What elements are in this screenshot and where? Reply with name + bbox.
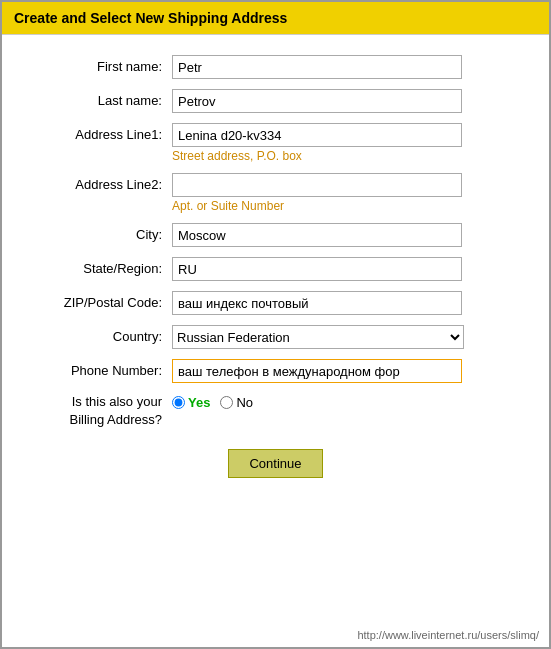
billing-label-line2: Billing Address? — [70, 412, 163, 427]
billing-row: Is this also your Billing Address? Yes N… — [22, 393, 529, 429]
city-group — [172, 223, 529, 247]
last-name-row: Last name: — [22, 89, 529, 113]
first-name-group — [172, 55, 529, 79]
billing-label: Is this also your Billing Address? — [22, 393, 172, 429]
billing-yes-radio[interactable] — [172, 396, 185, 409]
footer-url: http://www.liveinternet.ru/users/slimq/ — [357, 629, 539, 641]
first-name-label: First name: — [22, 55, 172, 74]
city-label: City: — [22, 223, 172, 242]
city-input[interactable] — [172, 223, 462, 247]
billing-yes-label[interactable]: Yes — [172, 395, 210, 410]
window-title: Create and Select New Shipping Address — [14, 10, 287, 26]
address2-label: Address Line2: — [22, 173, 172, 192]
zip-label: ZIP/Postal Code: — [22, 291, 172, 310]
billing-no-text: No — [236, 395, 253, 410]
state-input[interactable] — [172, 257, 462, 281]
continue-button[interactable]: Continue — [228, 449, 322, 478]
address1-label: Address Line1: — [22, 123, 172, 142]
first-name-input[interactable] — [172, 55, 462, 79]
address2-group: Apt. or Suite Number — [172, 173, 529, 213]
first-name-row: First name: — [22, 55, 529, 79]
zip-row: ZIP/Postal Code: — [22, 291, 529, 315]
address1-input[interactable] — [172, 123, 462, 147]
main-window: Create and Select New Shipping Address F… — [0, 0, 551, 649]
country-select[interactable]: Russian Federation United States United … — [172, 325, 464, 349]
continue-row: Continue — [22, 449, 529, 478]
city-row: City: — [22, 223, 529, 247]
address1-group: Street address, P.O. box — [172, 123, 529, 163]
country-row: Country: Russian Federation United State… — [22, 325, 529, 349]
address1-row: Address Line1: Street address, P.O. box — [22, 123, 529, 163]
billing-no-label[interactable]: No — [220, 395, 253, 410]
last-name-input[interactable] — [172, 89, 462, 113]
phone-row: Phone Number: — [22, 359, 529, 383]
address2-hint: Apt. or Suite Number — [172, 199, 529, 213]
state-label: State/Region: — [22, 257, 172, 276]
billing-label-line1: Is this also your — [72, 394, 162, 409]
form-container: First name: Last name: Address Line1: St… — [2, 35, 549, 498]
title-bar: Create and Select New Shipping Address — [2, 2, 549, 35]
address2-input[interactable] — [172, 173, 462, 197]
billing-no-radio[interactable] — [220, 396, 233, 409]
country-label: Country: — [22, 325, 172, 344]
state-group — [172, 257, 529, 281]
phone-group — [172, 359, 529, 383]
country-group: Russian Federation United States United … — [172, 325, 529, 349]
last-name-label: Last name: — [22, 89, 172, 108]
phone-input[interactable] — [172, 359, 462, 383]
billing-radio-group: Yes No — [172, 393, 253, 410]
zip-group — [172, 291, 529, 315]
zip-input[interactable] — [172, 291, 462, 315]
last-name-group — [172, 89, 529, 113]
address1-hint: Street address, P.O. box — [172, 149, 529, 163]
address2-row: Address Line2: Apt. or Suite Number — [22, 173, 529, 213]
billing-yes-text: Yes — [188, 395, 210, 410]
phone-label: Phone Number: — [22, 359, 172, 378]
state-row: State/Region: — [22, 257, 529, 281]
